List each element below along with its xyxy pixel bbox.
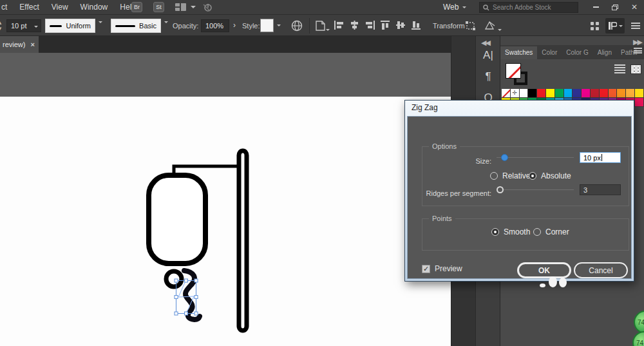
smooth-label[interactable]: Smooth: [504, 227, 530, 236]
ridges-slider-thumb[interactable]: [497, 186, 504, 193]
stock-search-box[interactable]: Search Adobe Stock: [479, 2, 578, 13]
smooth-radio[interactable]: [491, 228, 499, 236]
artboard[interactable]: [0, 97, 451, 346]
menu-item-view[interactable]: View: [52, 3, 68, 12]
menu-item-effect[interactable]: Effect: [19, 3, 39, 12]
free-transform-icon[interactable]: [465, 21, 477, 31]
shape-mode-chevron-icon[interactable]: [498, 29, 502, 31]
panel-workspace-button[interactable]: [605, 18, 625, 34]
app-button-br[interactable]: Br: [131, 2, 142, 12]
swatch-color[interactable]: [546, 89, 555, 98]
pole-shape[interactable]: [239, 151, 247, 331]
grid-view-icon[interactable]: [630, 64, 641, 74]
panel-tabs: SwatchesColorColor GAlignPathfi: [500, 45, 644, 59]
swatch-none[interactable]: [502, 89, 511, 98]
corner-radio[interactable]: [533, 228, 541, 236]
brush-dropdown[interactable]: Basic: [111, 19, 161, 33]
stroke-weight-field[interactable]: 10 pt: [6, 19, 41, 32]
swatch-color[interactable]: [528, 89, 537, 98]
swatch-color[interactable]: [582, 89, 591, 98]
swatch-color[interactable]: [600, 89, 609, 98]
swatch-color[interactable]: [555, 89, 564, 98]
swatch-color[interactable]: [564, 89, 573, 98]
preview-checkbox[interactable]: ✓: [422, 265, 430, 273]
ridges-slider[interactable]: [497, 186, 574, 193]
ridges-input-value: 3: [583, 186, 587, 194]
align-right-icon[interactable]: [365, 20, 375, 30]
style-swatch[interactable]: [260, 19, 274, 32]
size-slider[interactable]: [497, 154, 574, 161]
panel-tab-swatches[interactable]: Swatches: [500, 46, 537, 59]
swatch-registration[interactable]: ✛: [511, 89, 520, 98]
ridges-input[interactable]: 3: [580, 184, 621, 195]
width-profile-dropdown[interactable]: Uniform: [45, 19, 95, 33]
document-color-mode-icon[interactable]: [291, 20, 303, 32]
swatch-color[interactable]: [573, 89, 582, 98]
minimize-button[interactable]: [586, 0, 605, 14]
bar-menu-icon[interactable]: [631, 23, 640, 29]
restore-button[interactable]: [605, 0, 625, 14]
align-left-icon[interactable]: [334, 20, 345, 30]
preview-label[interactable]: Preview: [435, 264, 462, 273]
opacity-flyout-icon[interactable]: ›: [233, 21, 236, 30]
swatch-color[interactable]: [635, 98, 644, 107]
iv-bag-shape[interactable]: [149, 175, 205, 264]
relative-label[interactable]: Relative: [502, 171, 530, 180]
document-tab[interactable]: review) ×: [0, 36, 39, 53]
relative-radio[interactable]: [490, 172, 498, 180]
document-setup-icon[interactable]: [314, 20, 327, 32]
corner-label[interactable]: Corner: [545, 227, 569, 236]
opacity-field[interactable]: 100%: [201, 19, 229, 32]
fill-proxy-none[interactable]: [506, 63, 521, 79]
align-top-icon[interactable]: [380, 20, 391, 30]
panel-menu-icon[interactable]: [634, 48, 642, 53]
absolute-label[interactable]: Absolute: [541, 171, 571, 180]
swatch-color[interactable]: [626, 89, 635, 98]
absolute-radio[interactable]: [529, 172, 536, 180]
list-view-icon[interactable]: [614, 64, 625, 73]
align-center-horizontal-icon[interactable]: [349, 20, 360, 30]
opacity-value: 100%: [205, 22, 223, 30]
menu-item-window[interactable]: Window: [80, 3, 108, 12]
align-center-vertical-icon[interactable]: [395, 20, 406, 30]
hook-shape[interactable]: [166, 271, 182, 287]
shape-mode-icon[interactable]: [484, 21, 496, 31]
panel-tab-align[interactable]: Align: [593, 46, 616, 59]
touch-bar-icon[interactable]: [591, 22, 599, 30]
ok-button[interactable]: OK: [517, 262, 571, 278]
gpu-performance-icon[interactable]: [202, 2, 213, 12]
swatch-color[interactable]: [617, 89, 626, 98]
arrange-documents-icon[interactable]: [175, 3, 186, 11]
document-tab-close-icon[interactable]: ×: [30, 41, 34, 48]
collapsed-panel-icon--[interactable]: ¶: [485, 70, 491, 83]
size-input[interactable]: 10 px: [580, 152, 621, 163]
menu-item-ct[interactable]: ct: [1, 3, 7, 12]
panel-workspace-icon: [608, 21, 617, 30]
swatch-color[interactable]: [635, 89, 644, 98]
panel-tab-color[interactable]: Color: [537, 46, 562, 59]
swatch-color[interactable]: [609, 89, 618, 98]
swatch-color[interactable]: [520, 89, 529, 98]
close-button[interactable]: ✕: [625, 0, 644, 14]
align-bottom-icon[interactable]: [411, 20, 422, 30]
brush-chevron-icon[interactable]: [164, 21, 168, 23]
swatch-color[interactable]: [591, 89, 600, 98]
arrange-documents-chevron-icon[interactable]: [191, 6, 196, 8]
panel-tab-color-g[interactable]: Color G: [562, 46, 592, 59]
canvas-area[interactable]: [0, 53, 451, 346]
fill-stroke-indicator[interactable]: [506, 63, 529, 86]
size-slider-thumb[interactable]: [501, 154, 508, 161]
width-profile-chevron-icon[interactable]: [99, 21, 102, 23]
stroke-weight-stepper[interactable]: ▲▼: [0, 20, 4, 32]
workspace-switcher[interactable]: Web: [443, 0, 466, 14]
swatch-color[interactable]: [537, 89, 546, 98]
collapse-panels-icon[interactable]: ◀◀: [481, 39, 489, 47]
document-setup-chevron-icon[interactable]: [326, 29, 330, 31]
overlay-dot: [559, 278, 567, 287]
app-button-st[interactable]: St: [153, 2, 164, 12]
cancel-button[interactable]: Cancel: [574, 262, 628, 278]
overlay-dot: [549, 276, 557, 287]
collapsed-panel-icon-a-[interactable]: A|: [483, 49, 493, 62]
transform-label[interactable]: Transform: [433, 22, 465, 30]
style-chevron-icon[interactable]: [277, 24, 281, 26]
